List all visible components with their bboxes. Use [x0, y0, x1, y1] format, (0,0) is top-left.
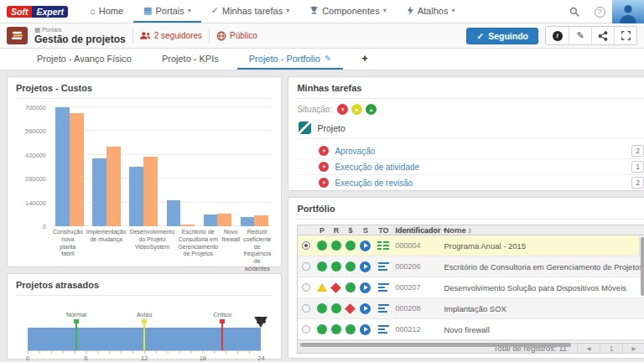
panel-title: Projetos - Custos: [16, 83, 273, 99]
bar[interactable]: [129, 167, 143, 226]
identifier-cell: 000206: [393, 262, 442, 271]
add-tab-button[interactable]: +: [350, 49, 380, 70]
bar[interactable]: [254, 215, 268, 226]
scrollbar-thumb[interactable]: [641, 237, 644, 296]
bar[interactable]: [143, 157, 158, 226]
help-icon[interactable]: ?: [587, 0, 612, 23]
row-select-cell[interactable]: [298, 304, 314, 313]
play-icon[interactable]: [360, 261, 371, 272]
row-radio[interactable]: [302, 283, 310, 292]
following-button[interactable]: ✓ Seguindo: [466, 28, 538, 44]
identifier-cell: 000212: [393, 325, 442, 334]
bar[interactable]: [55, 107, 70, 226]
next-page-button[interactable]: ►: [622, 344, 644, 353]
row-select-cell[interactable]: [298, 283, 314, 292]
nav-item-minhas-tarefas[interactable]: ✓ Minhas tarefas ▾: [201, 0, 299, 23]
name-cell: Programa Anual - 2015: [442, 241, 639, 251]
task-row[interactable]: ▾Aprovação2: [297, 143, 644, 159]
bar[interactable]: [106, 147, 121, 226]
bar[interactable]: [180, 225, 195, 226]
status-cell: [343, 305, 357, 313]
caret-down-icon: ▾: [383, 7, 387, 14]
situacao-badge-yellow[interactable]: ▸: [351, 104, 362, 115]
task-status-icon: ▾: [319, 146, 329, 156]
nav-item-portais[interactable]: ▦ Portais ▾: [133, 0, 201, 23]
tab-portfolio[interactable]: Projeto - Portfolio ✎: [237, 49, 343, 70]
task-link[interactable]: Execução de atividade: [335, 163, 626, 172]
status-cell: [343, 282, 357, 292]
task-row[interactable]: ▾Execução de atividade1: [297, 159, 644, 175]
row-radio[interactable]: [302, 241, 310, 250]
play-icon[interactable]: [360, 303, 371, 314]
nav-item-atalhos[interactable]: Atalhos ▾: [397, 0, 465, 23]
table-row[interactable]: 000207Desenvolvimento Solução para Dispo…: [298, 277, 644, 298]
status-cell: [314, 324, 329, 334]
edit-button[interactable]: ✎: [569, 27, 591, 44]
row-radio[interactable]: [302, 304, 310, 313]
gauge-marker-crítico: Crítico: [221, 319, 223, 350]
bar[interactable]: [167, 200, 181, 226]
prev-page-button[interactable]: ◄: [577, 344, 600, 353]
nav-item-home[interactable]: ⌂ Home: [80, 0, 133, 23]
bar[interactable]: [241, 217, 255, 226]
table-row[interactable]: 000208Implantação SOX: [298, 298, 644, 319]
task-group-projeto[interactable]: Projeto: [299, 122, 644, 139]
tab-avanco-fisico[interactable]: Projeto - Avanço Físico: [25, 49, 143, 70]
play-icon[interactable]: [360, 324, 371, 335]
info-button[interactable]: i: [546, 27, 569, 44]
column-header-TO[interactable]: TO: [373, 226, 393, 235]
table-row[interactable]: 000206Escritório de Consultoria em Geren…: [298, 256, 644, 277]
row-select-cell[interactable]: [298, 325, 314, 334]
row-radio[interactable]: [302, 262, 310, 271]
table-vertical-scrollbar[interactable]: [639, 235, 644, 256]
column-header-P[interactable]: P: [314, 226, 329, 235]
horizontal-scrollbar[interactable]: [298, 340, 644, 343]
identifier-cell: 000208: [393, 304, 442, 313]
content-area: Projetos - Custos 0140000280000420000560…: [0, 71, 644, 362]
bar[interactable]: [70, 113, 84, 226]
row-radio[interactable]: [302, 325, 310, 334]
table-row[interactable]: 000212Novo firewall: [298, 319, 644, 340]
search-icon[interactable]: [562, 0, 587, 23]
share-button[interactable]: [591, 27, 614, 44]
status-circle-icon: [317, 324, 327, 334]
gauge-tick-label: 0: [26, 354, 29, 362]
bar[interactable]: [217, 214, 231, 226]
play-icon[interactable]: [360, 240, 371, 251]
followers-link[interactable]: 2 seguidores: [140, 31, 202, 40]
column-header-R[interactable]: R: [329, 226, 343, 235]
current-page[interactable]: 1: [600, 344, 622, 353]
play-icon[interactable]: [360, 282, 371, 293]
task-row[interactable]: ▾Execução de revisão2: [297, 175, 644, 191]
column-header-S[interactable]: S: [357, 226, 373, 235]
column-header-Identificador[interactable]: Identificador▼: [393, 225, 442, 235]
custos-bar-chart: 0140000280000420000560000700000 Construç…: [16, 107, 273, 273]
bar[interactable]: [204, 215, 218, 226]
row-select-cell[interactable]: [298, 262, 314, 271]
panel-title: Portfólio: [297, 204, 644, 220]
bar[interactable]: [92, 158, 106, 226]
nav-item-componentes[interactable]: Componentes ▾: [299, 0, 397, 23]
avatar[interactable]: [612, 0, 644, 23]
type-cell: [373, 325, 393, 334]
visibility-badge[interactable]: Público: [216, 31, 257, 41]
task-link[interactable]: Aprovação: [335, 147, 626, 156]
scrollbar-thumb[interactable]: [300, 343, 571, 347]
tab-kpis[interactable]: Projeto - KPIs: [150, 49, 231, 70]
row-select-cell[interactable]: [298, 241, 314, 250]
softexpert-logo[interactable]: Soft Expert: [7, 0, 68, 23]
panel-title: Minhas tarefas: [297, 83, 644, 99]
chart-plot-column: Construção nova planta fabrilImplementaç…: [51, 107, 273, 273]
situacao-badge-red[interactable]: ▾: [337, 104, 348, 115]
status-circle-icon: [317, 303, 327, 313]
task-link[interactable]: Execução de revisão: [335, 178, 626, 188]
breadcrumb: ▦ Portais: [34, 27, 126, 34]
fullscreen-button[interactable]: [614, 27, 636, 44]
task-status-icon: ▾: [319, 162, 329, 172]
column-header-Nome[interactable]: Nome▲▼: [442, 225, 644, 235]
situacao-badge-green[interactable]: ▴: [366, 104, 377, 115]
gauge-pointer[interactable]: 24: [254, 317, 267, 328]
table-row[interactable]: 000004Programa Anual - 2015: [298, 235, 644, 256]
edit-pencil-icon[interactable]: ✎: [325, 54, 331, 63]
column-header-$[interactable]: $: [343, 226, 357, 235]
